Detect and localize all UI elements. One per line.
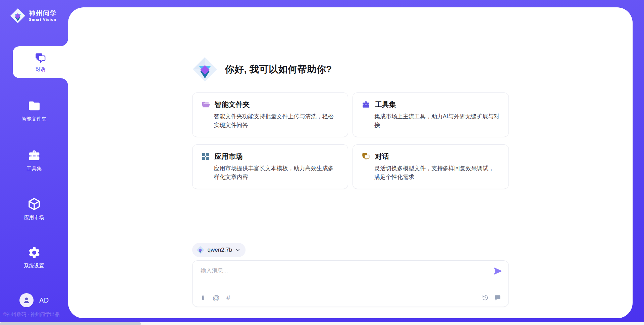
mention-icon[interactable]: @	[213, 294, 220, 301]
card-app-market[interactable]: 应用市场 应用市场提供丰富长文本模板，助力高效生成多样化文章内容	[192, 144, 348, 189]
chat-bubble-icon[interactable]	[494, 294, 501, 301]
main-panel: 你好, 我可以如何帮助你? 智能文件夹 智能文件夹功能支持批量文件上传与清洗，轻…	[68, 7, 633, 318]
card-title: 智能文件夹	[215, 100, 250, 109]
user-initials: AD	[39, 297, 49, 304]
horizontal-scrollbar[interactable]	[0, 322, 644, 325]
chevron-down-icon	[235, 248, 240, 252]
history-icon[interactable]	[482, 294, 489, 301]
card-description: 集成市场上主流工具，助力AI与外界无缝扩展与对接	[374, 112, 500, 129]
gem-diamond-icon	[10, 8, 25, 23]
message-input[interactable]	[201, 267, 486, 286]
chat-bubbles-icon	[362, 152, 370, 161]
folder-open-icon	[201, 100, 210, 109]
composer-toolbar: @ #	[193, 289, 508, 307]
sidebar-item-label: 应用市场	[24, 214, 44, 221]
sidebar-item-chat[interactable]: 对话	[13, 46, 68, 78]
card-title: 工具集	[375, 100, 396, 109]
card-description: 灵活切换多模型文件，支持多样回复效果调试，满足个性化需求	[374, 164, 500, 181]
gem-diamond-icon	[196, 246, 204, 254]
cube-icon	[27, 197, 41, 211]
send-button[interactable]	[493, 266, 503, 276]
greeting-title: 你好, 我可以如何帮助你?	[225, 63, 332, 76]
model-name: qwen2:7b	[208, 247, 232, 253]
sidebar-item-toolset[interactable]: 工具集	[0, 149, 68, 172]
sidebar-item-label: 对话	[36, 66, 46, 73]
attachment-icon[interactable]	[200, 294, 206, 302]
brand-subtitle: Smart Vision	[29, 17, 57, 21]
sidebar-item-label: 工具集	[26, 166, 42, 172]
card-description: 应用市场提供丰富长文本模板，助力高效生成多样化文章内容	[214, 164, 339, 181]
briefcase-icon	[362, 100, 370, 109]
scrollbar-thumb[interactable]	[0, 322, 141, 325]
card-description: 智能文件夹功能支持批量文件上传与清洗，轻松实现文件问答	[214, 112, 339, 129]
card-chat[interactable]: 对话 灵活切换多模型文件，支持多样回复效果调试，满足个性化需求	[353, 144, 509, 189]
chat-bubbles-icon	[35, 52, 47, 64]
sidebar-item-label: 智能文件夹	[21, 116, 47, 122]
grid-tiles-icon	[201, 152, 210, 161]
folder-icon	[28, 99, 41, 113]
card-title: 应用市场	[215, 152, 243, 161]
brand-name: 神州问学	[29, 10, 57, 17]
briefcase-icon	[28, 149, 41, 162]
greeting: 你好, 我可以如何帮助你?	[192, 7, 509, 82]
sidebar-item-settings[interactable]: 系统设置	[0, 246, 68, 269]
copyright-footer: ©神州数码 · 神州问学出品	[3, 311, 60, 318]
message-composer: @ #	[192, 260, 509, 307]
brand: 神州问学 Smart Vision	[10, 8, 57, 23]
card-title: 对话	[375, 152, 389, 161]
gear-icon	[28, 246, 41, 259]
hashtag-icon[interactable]: #	[226, 294, 230, 301]
sidebar: 神州问学 Smart Vision 对话 智能文件夹	[0, 0, 68, 325]
card-toolset[interactable]: 工具集 集成市场上主流工具，助力AI与外界无缝扩展与对接	[353, 92, 509, 137]
sidebar-item-label: 系统设置	[24, 263, 44, 269]
sidebar-item-app-market[interactable]: 应用市场	[0, 197, 68, 221]
model-selector[interactable]: qwen2:7b	[192, 243, 246, 257]
gem-diamond-icon	[192, 57, 218, 82]
sidebar-item-smart-folders[interactable]: 智能文件夹	[0, 99, 68, 122]
avatar	[19, 293, 34, 307]
card-smart-folders[interactable]: 智能文件夹 智能文件夹功能支持批量文件上传与清洗，轻松实现文件问答	[192, 92, 348, 137]
user-profile[interactable]: AD	[19, 293, 49, 307]
feature-cards: 智能文件夹 智能文件夹功能支持批量文件上传与清洗，轻松实现文件问答	[192, 92, 509, 189]
